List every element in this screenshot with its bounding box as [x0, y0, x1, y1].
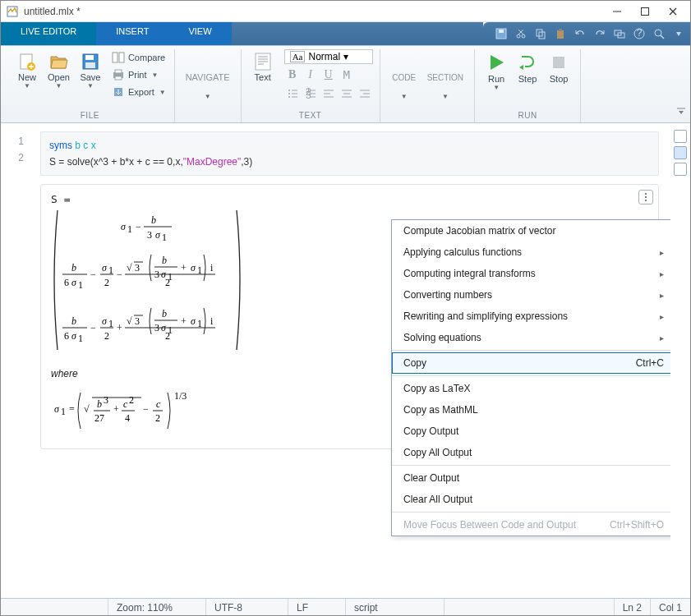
align-right-button[interactable]	[357, 85, 373, 102]
numbered-list-button[interactable]: 123	[302, 85, 319, 102]
stop-button[interactable]: Stop	[544, 49, 574, 94]
output-inline-icon[interactable]	[674, 146, 687, 159]
align-center-button[interactable]	[339, 85, 355, 102]
svg-marker-62	[519, 65, 523, 70]
chevron-down-icon: ▼	[205, 94, 211, 100]
svg-text:1: 1	[61, 406, 66, 417]
chevron-down-icon: ▼	[442, 94, 449, 100]
copy-icon[interactable]	[532, 25, 549, 42]
window-close-button[interactable]	[659, 2, 687, 21]
paste-icon[interactable]	[552, 25, 569, 42]
cm-copy-mathml[interactable]: Copy as MathML	[392, 399, 670, 421]
navigate-group: NAVIGATE ▼	[175, 49, 242, 122]
output-context-menu: Compute Jacobian matrix of vector Applyi…	[391, 219, 670, 536]
code-menu[interactable]: CODE ▼	[387, 70, 422, 103]
window-titlebar: untitled.mlx *	[1, 1, 690, 22]
output-hide-icon[interactable]	[674, 163, 687, 176]
cm-rewrite[interactable]: Rewriting and simplifying expressions▸	[392, 306, 670, 327]
svg-line-20	[661, 35, 664, 39]
cm-clear-output[interactable]: Clear Output	[392, 467, 670, 489]
status-zoom[interactable]: Zoom: 110%	[108, 599, 206, 616]
open-button[interactable]: Open▼	[44, 49, 74, 100]
output-right-icon[interactable]	[674, 130, 687, 143]
code-block[interactable]: syms b c x S = solve(x^3 + b*x + c == 0,…	[40, 131, 659, 176]
chevron-down-icon: ▼	[56, 83, 62, 90]
cm-copy-all-output[interactable]: Copy All Output	[392, 442, 670, 463]
svg-text:b: b	[71, 315, 76, 327]
collapse-toolstrip-icon[interactable]	[675, 49, 687, 115]
line-gutter: 1 2	[1, 123, 29, 598]
svg-rect-30	[119, 53, 124, 62]
underline-button[interactable]: U	[320, 67, 337, 83]
svg-text:σ: σ	[71, 277, 77, 288]
run-button[interactable]: Run▼	[481, 49, 511, 94]
svg-rect-63	[553, 57, 564, 68]
cm-calculus[interactable]: Applying calculus functions▸	[392, 241, 670, 263]
svg-text:?: ?	[637, 28, 643, 39]
cm-copy[interactable]: CopyCtrl+C	[392, 352, 670, 374]
bold-button[interactable]: B	[284, 67, 301, 83]
status-encoding[interactable]: UTF-8	[206, 599, 288, 616]
file-group-label: FILE	[12, 109, 168, 122]
chevron-down-icon: ▼	[152, 71, 159, 79]
switch-windows-icon[interactable]	[611, 25, 628, 42]
print-button[interactable]: Print▼	[110, 67, 168, 83]
svg-text:+: +	[181, 315, 187, 327]
svg-text:√: √	[127, 262, 132, 274]
cm-integral[interactable]: Computing integral transforms▸	[392, 263, 670, 284]
text-group: Text Aa Normal ▾ B I U M 123	[242, 49, 380, 122]
redo-icon[interactable]	[592, 25, 608, 42]
run-group: Run▼ Step Stop RUN	[475, 49, 581, 122]
step-button[interactable]: Step	[513, 49, 542, 94]
svg-text:σ: σ	[102, 315, 108, 327]
section-menu[interactable]: SECTION ▼	[423, 70, 468, 103]
status-mode[interactable]: script	[346, 599, 445, 616]
cm-jacobian[interactable]: Compute Jacobian matrix of vector	[392, 220, 670, 241]
cm-clear-all-output[interactable]: Clear All Output	[392, 489, 670, 510]
svg-point-68	[645, 200, 647, 201]
window-maximize-button[interactable]	[631, 2, 659, 21]
cm-separator	[392, 512, 670, 513]
tab-view[interactable]: VIEW	[168, 22, 231, 45]
toolstrip: New▼ Open▼ Save▼ Compare Print▼	[1, 46, 690, 123]
minimize-ribbon-icon[interactable]	[670, 25, 687, 42]
window-title: untitled.mlx *	[24, 6, 603, 17]
text-button[interactable]: Text	[248, 49, 278, 85]
chevron-down-icon: ▼	[401, 94, 408, 100]
svg-text:4: 4	[125, 412, 130, 424]
cm-copy-output[interactable]: Copy Output	[392, 421, 670, 442]
chevron-right-icon: ▸	[660, 291, 664, 300]
cm-solve[interactable]: Solving equations▸	[392, 327, 670, 348]
bullet-list-button[interactable]	[284, 85, 301, 102]
svg-text:−: −	[90, 269, 96, 280]
help-icon[interactable]: ?	[631, 25, 647, 42]
align-left-button[interactable]	[320, 85, 337, 102]
status-eol[interactable]: LF	[288, 599, 346, 616]
svg-text:−: −	[117, 269, 122, 280]
save-icon[interactable]	[493, 25, 509, 42]
window-minimize-button[interactable]	[603, 2, 631, 21]
svg-point-67	[645, 196, 647, 198]
undo-icon[interactable]	[572, 25, 588, 42]
cm-convert[interactable]: Converting numbers▸	[392, 284, 670, 306]
editor-content[interactable]: syms b c x S = solve(x^3 + b*x + c == 0,…	[29, 123, 670, 598]
svg-text:c: c	[156, 398, 161, 410]
paragraph-style-select[interactable]: Aa Normal ▾	[284, 49, 373, 64]
svg-rect-32	[115, 70, 122, 73]
navigate-button[interactable]: NAVIGATE ▼	[182, 69, 234, 103]
italic-button[interactable]: I	[302, 67, 319, 83]
monospace-button[interactable]: M	[339, 67, 355, 83]
search-icon[interactable]	[651, 25, 667, 42]
save-button[interactable]: Save▼	[76, 49, 105, 100]
cut-icon[interactable]	[513, 25, 529, 42]
svg-marker-21	[676, 32, 681, 36]
output-menu-icon[interactable]	[638, 190, 653, 205]
tab-live-editor[interactable]: LIVE EDITOR	[1, 22, 96, 45]
compare-button[interactable]: Compare	[110, 49, 168, 66]
new-button[interactable]: New▼	[12, 49, 42, 100]
chevron-right-icon: ▸	[660, 312, 664, 321]
chevron-down-icon: ▾	[343, 51, 348, 62]
tab-insert[interactable]: INSERT	[96, 22, 168, 45]
export-button[interactable]: Export▼	[110, 84, 168, 100]
cm-copy-latex[interactable]: Copy as LaTeX	[392, 378, 670, 399]
